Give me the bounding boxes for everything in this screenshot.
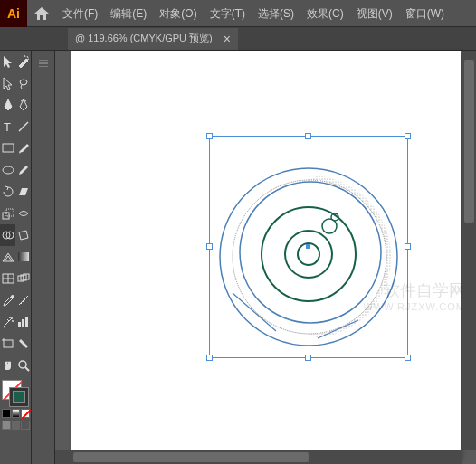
selection-bounding-box[interactable]	[209, 136, 408, 358]
app-logo: Ai	[0, 0, 27, 27]
resize-handle-mr[interactable]	[405, 243, 411, 250]
zoom-tool[interactable]	[15, 355, 31, 376]
tool-panel: T	[0, 51, 32, 464]
svg-rect-2	[3, 144, 14, 152]
resize-handle-tr[interactable]	[405, 133, 411, 139]
direct-selection-tool[interactable]	[0, 72, 15, 94]
type-tool[interactable]: T	[0, 116, 15, 137]
tab-title: @ 119.66% (CMYK/GPU 预览)	[75, 32, 213, 45]
menu-effect[interactable]: 效果(C)	[300, 0, 350, 27]
menu-file[interactable]: 文件(F)	[56, 0, 104, 27]
horizontal-scrollbar[interactable]	[55, 450, 462, 464]
document-tab[interactable]: @ 119.66% (CMYK/GPU 预览) ×	[68, 28, 238, 50]
menu-view[interactable]: 视图(V)	[350, 0, 399, 27]
blend-tool[interactable]	[15, 268, 31, 289]
stroke-swatch[interactable]	[9, 387, 29, 407]
svg-rect-19	[18, 322, 21, 327]
resize-handle-br[interactable]	[405, 355, 411, 361]
selection-tool[interactable]	[0, 51, 15, 72]
panel-dock	[32, 51, 55, 464]
top-menu-bar: Ai 文件(F) 编辑(E) 对象(O) 文字(T) 选择(S) 效果(C) 视…	[0, 0, 476, 27]
menu: 文件(F) 编辑(E) 对象(O) 文字(T) 选择(S) 效果(C) 视图(V…	[56, 0, 451, 27]
panel-toggle-handle[interactable]	[32, 51, 54, 76]
resize-handle-tl[interactable]	[206, 133, 213, 139]
resize-handle-bm[interactable]	[305, 355, 311, 361]
scrollbar-thumb[interactable]	[464, 60, 474, 223]
svg-rect-8	[18, 252, 29, 261]
hand-tool[interactable]	[0, 355, 15, 376]
canvas[interactable]: 软件自学网 WWW.RJZXW.COM	[55, 51, 476, 464]
menu-window[interactable]: 窗口(W)	[399, 0, 451, 27]
svg-rect-21	[25, 317, 28, 327]
svg-point-3	[3, 166, 14, 174]
color-mode-swatch[interactable]	[2, 409, 11, 418]
rectangle-tool[interactable]	[0, 137, 15, 159]
home-button[interactable]	[27, 1, 56, 26]
svg-line-26	[25, 367, 29, 371]
perspective-grid-tool[interactable]	[0, 246, 15, 268]
tab-close-button[interactable]: ×	[224, 32, 231, 46]
resize-handle-ml[interactable]	[206, 243, 213, 250]
svg-rect-22	[4, 340, 13, 347]
svg-point-16	[11, 317, 13, 319]
resize-handle-tm[interactable]	[305, 133, 311, 139]
slice-tool[interactable]	[15, 333, 31, 355]
shape-builder-tool[interactable]	[0, 224, 15, 246]
vertical-scrollbar[interactable]	[462, 51, 476, 450]
svg-point-15	[11, 295, 14, 298]
free-transform-tool[interactable]	[15, 224, 31, 246]
svg-line-1	[19, 122, 28, 131]
magic-wand-tool[interactable]	[15, 51, 31, 72]
svg-point-17	[12, 320, 14, 322]
eraser-tool[interactable]	[15, 181, 31, 203]
paintbrush-tool[interactable]	[15, 137, 31, 159]
artboard-tool[interactable]	[0, 333, 15, 355]
draw-normal[interactable]	[2, 421, 11, 430]
draw-inside[interactable]	[21, 421, 30, 430]
svg-point-25	[19, 361, 26, 368]
measure-tool[interactable]	[15, 289, 31, 311]
svg-point-18	[9, 317, 11, 318]
watermark: 软件自学网 WWW.RJZXW.COM	[363, 281, 465, 313]
pencil-tool[interactable]	[15, 159, 31, 181]
eyedropper-tool[interactable]	[0, 289, 15, 311]
color-swatches	[0, 376, 32, 433]
ellipse-tool[interactable]	[0, 159, 15, 181]
home-icon	[34, 7, 49, 20]
width-tool[interactable]	[15, 203, 31, 224]
gradient-tool[interactable]	[15, 246, 31, 268]
draw-behind[interactable]	[12, 421, 21, 430]
scrollbar-thumb[interactable]	[73, 452, 309, 462]
scale-tool[interactable]	[0, 203, 15, 224]
menu-select[interactable]: 选择(S)	[252, 0, 300, 27]
selection-center-icon	[306, 244, 310, 249]
svg-rect-20	[22, 319, 24, 327]
document-tab-bar: @ 119.66% (CMYK/GPU 预览) ×	[0, 27, 476, 51]
menu-object[interactable]: 对象(O)	[153, 0, 203, 27]
rotate-tool[interactable]	[0, 181, 15, 203]
resize-handle-bl[interactable]	[206, 355, 213, 361]
svg-text:T: T	[4, 121, 11, 132]
curvature-tool[interactable]	[15, 94, 31, 116]
gradient-mode-swatch[interactable]	[12, 409, 21, 418]
lasso-tool[interactable]	[15, 72, 31, 94]
column-graph-tool[interactable]	[15, 311, 31, 333]
menu-type[interactable]: 文字(T)	[204, 0, 252, 27]
line-tool[interactable]	[15, 116, 31, 137]
symbol-sprayer-tool[interactable]	[0, 311, 15, 333]
pen-tool[interactable]	[0, 94, 15, 116]
mesh-tool[interactable]	[0, 268, 15, 289]
none-mode-swatch[interactable]	[21, 409, 30, 418]
menu-edit[interactable]: 编辑(E)	[104, 0, 153, 27]
